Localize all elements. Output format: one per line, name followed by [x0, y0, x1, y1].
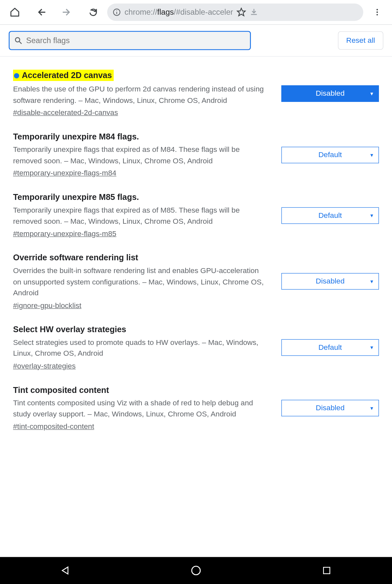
flag-row: Accelerated 2D canvasEnables the use of … — [13, 60, 379, 122]
nav-home-icon[interactable] — [179, 562, 214, 579]
chevron-down-icon: ▼ — [369, 91, 374, 96]
flag-title: Select HW overlay strategies — [13, 325, 126, 334]
flag-hash-link[interactable]: #temporary-unexpire-flags-m84 — [13, 169, 268, 178]
back-icon[interactable] — [32, 4, 50, 21]
flag-row: Tint composited contentTint contents com… — [13, 376, 379, 436]
flag-row: Temporarily unexpire M84 flags.Temporari… — [13, 122, 379, 183]
svg-marker-10 — [62, 567, 68, 574]
flag-description: Temporarily unexpire flags that expired … — [13, 205, 268, 227]
flag-select-wrap: Disabled▼ — [281, 273, 379, 290]
flag-description: Select strategies used to promote quads … — [13, 337, 268, 359]
flag-row: Temporarily unexpire M85 flags.Temporari… — [13, 183, 379, 243]
nav-recents-icon[interactable] — [309, 562, 344, 579]
flag-hash-link[interactable]: #temporary-unexpire-flags-m85 — [13, 230, 268, 238]
flag-select-value: Default — [318, 151, 342, 159]
flag-select[interactable]: Disabled▼ — [281, 85, 379, 102]
flag-description: Temporarily unexpire flags that expired … — [13, 144, 268, 166]
flag-select-value: Disabled — [316, 89, 345, 98]
chevron-down-icon: ▼ — [369, 345, 374, 350]
flag-hash-link[interactable]: #tint-composited-content — [13, 422, 268, 431]
flag-title: Override software rendering list — [13, 253, 138, 263]
flag-select-value: Disabled — [316, 277, 345, 286]
modified-dot-icon — [14, 73, 19, 78]
android-navbar — [0, 557, 392, 584]
home-icon[interactable] — [6, 4, 24, 21]
flag-select-wrap: Default▼ — [281, 339, 379, 356]
chevron-down-icon: ▼ — [369, 152, 374, 157]
svg-rect-4 — [251, 14, 257, 15]
reload-icon[interactable] — [85, 4, 102, 21]
search-icon — [14, 36, 23, 45]
svg-rect-12 — [323, 567, 330, 574]
flag-text: Select HW overlay strategiesSelect strat… — [13, 325, 268, 370]
flag-title: Accelerated 2D canvas — [13, 70, 114, 81]
flag-description: Tint contents composited using Viz with … — [13, 397, 268, 420]
flag-text: Tint composited contentTint contents com… — [13, 385, 268, 431]
url-text: chrome://flags/#disable-acceler — [124, 8, 233, 17]
svg-point-2 — [116, 10, 117, 11]
svg-point-6 — [376, 11, 378, 13]
flag-text: Override software rendering listOverride… — [13, 253, 268, 310]
flag-select-wrap: Disabled▼ — [281, 85, 379, 102]
flag-text: Temporarily unexpire M85 flags.Temporari… — [13, 192, 268, 238]
chevron-down-icon: ▼ — [369, 279, 374, 284]
flag-text: Accelerated 2D canvasEnables the use of … — [13, 70, 268, 117]
flags-list: Accelerated 2D canvasEnables the use of … — [0, 57, 392, 449]
flag-row: Select HW overlay strategiesSelect strat… — [13, 315, 379, 376]
svg-point-7 — [376, 14, 378, 15]
search-box[interactable] — [9, 31, 251, 50]
flag-text: Temporarily unexpire M84 flags.Temporari… — [13, 132, 268, 178]
flag-select[interactable]: Default▼ — [281, 207, 379, 224]
flag-select-value: Disabled — [316, 404, 345, 413]
info-icon[interactable] — [112, 8, 121, 17]
flag-title: Temporarily unexpire M85 flags. — [13, 192, 139, 202]
flag-select[interactable]: Disabled▼ — [281, 273, 379, 290]
flag-description: Enables the use of the GPU to perform 2d… — [13, 84, 268, 106]
flag-select-value: Default — [318, 211, 342, 220]
flag-select-wrap: Default▼ — [281, 207, 379, 224]
flag-select-wrap: Default▼ — [281, 147, 379, 163]
flag-select[interactable]: Default▼ — [281, 339, 379, 356]
nav-back-icon[interactable] — [48, 562, 83, 579]
flag-description: Overrides the built-in software renderin… — [13, 265, 268, 299]
chevron-down-icon: ▼ — [369, 213, 374, 218]
star-icon[interactable] — [237, 8, 246, 17]
reset-all-button[interactable]: Reset all — [338, 31, 383, 50]
flag-select-value: Default — [318, 343, 342, 352]
flag-title: Tint composited content — [13, 385, 109, 395]
browser-toolbar: chrome://flags/#disable-acceler — [0, 0, 392, 24]
menu-icon[interactable] — [368, 4, 386, 21]
svg-point-11 — [192, 566, 200, 575]
flag-hash-link[interactable]: #ignore-gpu-blocklist — [13, 301, 268, 310]
search-row: Reset all — [0, 25, 392, 56]
flag-select-wrap: Disabled▼ — [281, 400, 379, 416]
flag-select[interactable]: Default▼ — [281, 147, 379, 163]
url-bar[interactable]: chrome://flags/#disable-acceler — [107, 4, 363, 21]
svg-point-5 — [376, 9, 378, 10]
flag-row: Override software rendering listOverride… — [13, 243, 379, 315]
forward-icon — [58, 4, 76, 21]
flag-title: Temporarily unexpire M84 flags. — [13, 132, 139, 141]
flag-select[interactable]: Disabled▼ — [281, 400, 379, 416]
download-icon[interactable] — [250, 8, 258, 17]
flag-hash-link[interactable]: #disable-accelerated-2d-canvas — [13, 108, 268, 117]
svg-marker-3 — [237, 8, 245, 16]
search-input[interactable] — [26, 36, 246, 45]
svg-point-8 — [15, 38, 20, 42]
flag-hash-link[interactable]: #overlay-strategies — [13, 362, 268, 370]
svg-line-9 — [19, 41, 22, 44]
chevron-down-icon: ▼ — [369, 405, 374, 411]
